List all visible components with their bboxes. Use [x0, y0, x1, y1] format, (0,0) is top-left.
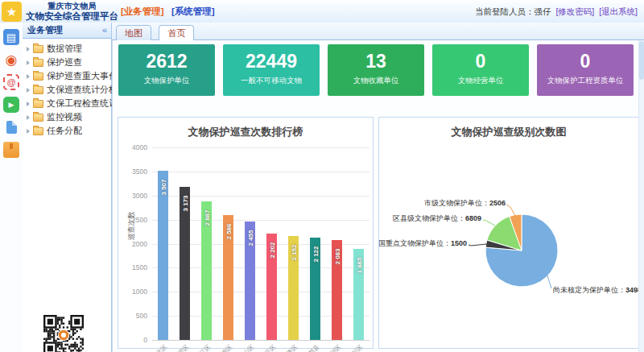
- y-tick-label: 3000: [123, 192, 147, 200]
- pie-slice-label: 市级文物保护单位：2506: [424, 199, 506, 207]
- sidebar-item-label: 保护巡查重大事件: [47, 70, 118, 82]
- menu-business-mgmt[interactable]: [业务管理]: [121, 6, 164, 16]
- app-title-block: 重庆市文物局 文物安全综合管理平台: [26, 1, 118, 22]
- expand-arrow-icon[interactable]: [27, 88, 30, 93]
- x-axis-label: 渝北区: [129, 343, 168, 352]
- sidebar-item-label: 保护巡查: [47, 56, 82, 68]
- vertical-scrollbar[interactable]: [638, 40, 644, 352]
- left-icon-strip: ▤ ◉ @ ▶: [0, 23, 23, 352]
- app-window: ★ 重庆市文物局 文物安全综合管理平台 [业务管理] [系统管理] 当前登陆人员…: [0, 0, 644, 352]
- pie-chart-title: 文物保护巡查级别次数图: [379, 125, 638, 139]
- folder-icon: [33, 72, 43, 81]
- stat-card-immovable-relics: 22449 一般不可移动文物: [223, 44, 320, 96]
- gridline: [152, 172, 369, 172]
- pie-chart-panel: 文物保护巡查级别次数图 市级文物保护单位：2506区县级文物保护单位：6809全…: [378, 117, 639, 349]
- package-icon[interactable]: [3, 142, 19, 158]
- stat-value: 22449: [223, 51, 320, 72]
- sidebar-item-label: 监控视频: [47, 111, 82, 123]
- header-menu: [业务管理] [系统管理]: [121, 6, 220, 18]
- stat-card-protected-units: 2612 文物保护单位: [118, 44, 215, 96]
- expand-arrow-icon[interactable]: [27, 47, 30, 52]
- bar-value-label: 2 887: [203, 200, 210, 235]
- sidebar-header: 业务管理 «: [23, 23, 111, 39]
- folder-icon: [33, 45, 43, 53]
- sidebar: 业务管理 « 数据管理保护巡查保护巡查重大事件文保巡查统计分析文保工程检查统计分…: [23, 23, 112, 352]
- stat-value: 0: [537, 51, 634, 72]
- logout-link[interactable]: [退出系统]: [599, 6, 638, 16]
- bar-value-label: 2 202: [268, 233, 275, 268]
- stat-label: 文物保护单位: [118, 76, 215, 86]
- layout-icon[interactable]: ▤: [3, 29, 19, 45]
- folder-icon: [33, 100, 43, 108]
- sidebar-title: 业务管理: [27, 25, 63, 35]
- stat-cards-row: 2612 文物保护单位 22449 一般不可移动文物 13 文物收藏单位 0 文…: [118, 44, 634, 96]
- document-icon[interactable]: [3, 119, 19, 135]
- sidebar-item-label: 任务分配: [47, 125, 82, 137]
- sidebar-item[interactable]: 文保巡查统计分析: [24, 83, 109, 97]
- at-icon[interactable]: @: [3, 74, 19, 90]
- stat-card-collection-units: 13 文物收藏单位: [328, 44, 424, 96]
- sidebar-item[interactable]: 保护巡查重大事件: [24, 69, 109, 83]
- pie-leader-line: [506, 205, 515, 216]
- y-tick-label: 1000: [123, 288, 147, 296]
- sidebar-item-label: 数据管理: [47, 43, 82, 55]
- y-tick-label: 4000: [123, 143, 147, 151]
- bar-value-label: 1 885: [355, 248, 362, 284]
- stat-label: 文物保护工程资质单位: [537, 76, 634, 86]
- gridline: [152, 340, 369, 341]
- pie-slice-label: 区县级文物保护单位：6809: [393, 214, 481, 222]
- sidebar-item[interactable]: 文保工程检查统计分析: [24, 97, 109, 110]
- pie-slice-label: 全国重点文物保护单位：1500: [379, 239, 467, 247]
- expand-arrow-icon[interactable]: [27, 74, 30, 79]
- org-name: 重庆市文物局: [26, 1, 118, 11]
- stat-label: 一般不可移动文物: [223, 76, 320, 86]
- stat-value: 13: [328, 51, 424, 72]
- y-tick-label: 3500: [123, 168, 147, 176]
- pie-leader-line: [469, 244, 486, 246]
- bar-value-label: 2 083: [333, 238, 341, 274]
- current-user-info: 当前登陆人员：强仔 [修改密码] [退出系统]: [475, 6, 638, 18]
- sidebar-item[interactable]: 数据管理: [24, 42, 109, 56]
- change-password-link[interactable]: [修改密码]: [555, 6, 594, 16]
- stat-value: 2612: [118, 51, 215, 72]
- folder-icon: [33, 59, 43, 67]
- sidebar-collapse-icon[interactable]: «: [102, 23, 107, 38]
- expand-arrow-icon[interactable]: [27, 129, 30, 134]
- bar-value-label: 2 122: [312, 237, 319, 272]
- bar-chart-title: 文物保护巡查次数排行榜: [118, 125, 373, 139]
- weibo-icon[interactable]: ◉: [3, 52, 19, 68]
- main-content: 2612 文物保护单位 22449 一般不可移动文物 13 文物收藏单位 0 文…: [112, 40, 644, 352]
- sidebar-tree: 数据管理保护巡查保护巡查重大事件文保巡查统计分析文保工程检查统计分析监控视频任务…: [23, 39, 111, 141]
- expand-arrow-icon[interactable]: [27, 101, 30, 106]
- sidebar-item[interactable]: 监控视频: [24, 110, 109, 124]
- stat-value: 0: [432, 51, 529, 72]
- folder-icon: [33, 86, 43, 94]
- folder-icon: [33, 127, 43, 135]
- top-header: ★ 重庆市文物局 文物安全综合管理平台 [业务管理] [系统管理] 当前登陆人员…: [0, 0, 644, 23]
- page-title: 文物安全综合管理平台: [26, 11, 118, 22]
- current-user-name: 强仔: [534, 6, 551, 16]
- expand-arrow-icon[interactable]: [27, 60, 30, 65]
- stat-label: 文物收藏单位: [328, 76, 424, 86]
- sidebar-item-label: 文保巡查统计分析: [47, 84, 118, 96]
- y-tick-label: 0: [123, 336, 147, 344]
- bar-chart-plot: 050010001500200025003000350040003 507渝北区…: [152, 147, 369, 340]
- qr-code: [43, 315, 84, 352]
- sidebar-item[interactable]: 保护巡查: [24, 56, 109, 69]
- bar-value-label: 2 455: [246, 221, 254, 256]
- tab-bar: 地图 首页: [112, 23, 644, 40]
- sidebar-item[interactable]: 任务分配: [24, 124, 109, 138]
- gridline: [152, 147, 369, 148]
- pie-leader-line: [483, 220, 495, 226]
- scrollbar-thumb[interactable]: [639, 41, 644, 80]
- bar-value-label: 3 507: [159, 170, 167, 205]
- y-tick-label: 500: [123, 312, 147, 320]
- menu-system-mgmt[interactable]: [系统管理]: [171, 6, 215, 16]
- stat-card-business-units: 0 文物经营单位: [432, 44, 529, 96]
- expand-arrow-icon[interactable]: [27, 115, 30, 120]
- pie-slice-label: 尚未核定为保护单位：34981: [553, 286, 638, 294]
- video-icon[interactable]: ▶: [3, 97, 19, 113]
- stat-label: 文物经营单位: [432, 76, 529, 86]
- pie-chart: 市级文物保护单位：2506区县级文物保护单位：6809全国重点文物保护单位：15…: [379, 140, 638, 343]
- bar-value-label: 2 152: [290, 235, 297, 271]
